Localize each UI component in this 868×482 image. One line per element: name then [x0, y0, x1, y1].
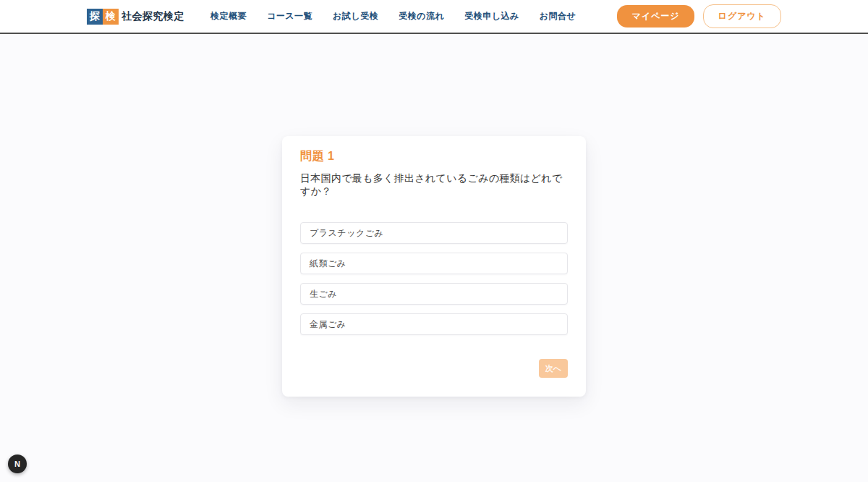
site-header: 探 検 社会探究検定 検定概要コース一覧お試し受検受検の流れ受検申し込みお問合せ…: [0, 0, 868, 34]
nextjs-dev-badge[interactable]: N: [8, 454, 27, 473]
nav-link[interactable]: お試し受検: [333, 10, 378, 22]
nav-link[interactable]: お問合せ: [540, 10, 576, 22]
question-card: 問題 1 日本国内で最も多く排出されているごみの種類はどれですか？ プラスチック…: [282, 136, 586, 397]
main-content: 問題 1 日本国内で最も多く排出されているごみの種類はどれですか？ プラスチック…: [0, 34, 868, 397]
main-nav: 検定概要コース一覧お試し受検受検の流れ受検申し込みお問合せ: [210, 10, 576, 22]
logo-square-tan: 探: [87, 9, 103, 25]
answer-option[interactable]: プラスチックごみ: [300, 222, 568, 244]
answer-option[interactable]: 金属ごみ: [300, 313, 568, 335]
card-footer: 次へ: [300, 359, 568, 378]
mypage-button[interactable]: マイページ: [617, 5, 694, 28]
nav-link[interactable]: 受検の流れ: [399, 10, 444, 22]
logo-square-ken: 検: [103, 9, 119, 25]
site-logo[interactable]: 探 検 社会探究検定: [87, 9, 184, 25]
logout-button[interactable]: ログアウト: [703, 4, 781, 28]
answer-option[interactable]: 紙類ごみ: [300, 253, 568, 274]
logo-mark: 探 検: [87, 9, 119, 25]
nav-link[interactable]: コース一覧: [267, 10, 312, 22]
answer-option[interactable]: 生ごみ: [300, 283, 568, 305]
answer-options: プラスチックごみ紙類ごみ生ごみ金属ごみ: [300, 222, 568, 335]
next-button[interactable]: 次へ: [539, 359, 568, 378]
nav-link[interactable]: 検定概要: [210, 10, 247, 22]
nav-link[interactable]: 受検申し込み: [464, 10, 519, 22]
question-number: 問題 1: [300, 149, 568, 164]
header-actions: マイページ ログアウト: [617, 4, 851, 28]
question-text: 日本国内で最も多く排出されているごみの種類はどれですか？: [300, 172, 568, 198]
site-title: 社会探究検定: [122, 10, 184, 23]
